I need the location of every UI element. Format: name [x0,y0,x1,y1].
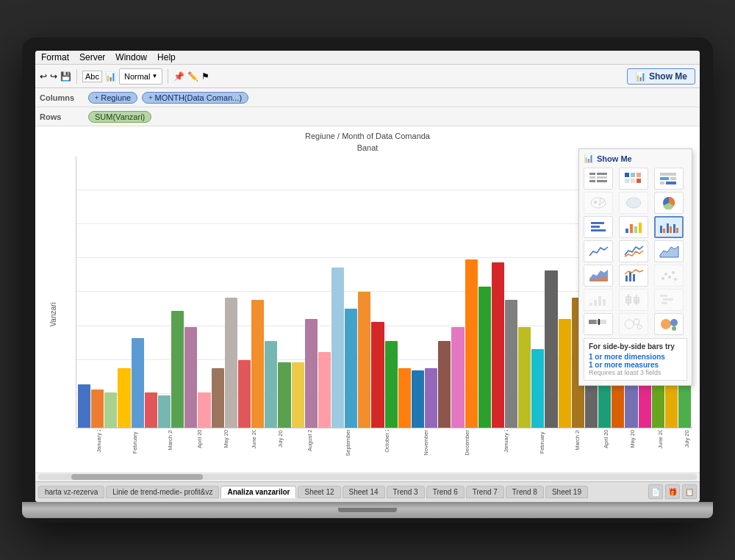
svg-rect-50 [603,299,606,306]
svg-rect-16 [666,182,676,184]
bar[interactable] [305,319,318,428]
bar[interactable] [505,300,517,427]
bar[interactable] [398,368,411,428]
bar[interactable] [371,322,384,428]
bar[interactable] [225,298,237,428]
x-label: July 2012 [684,430,692,448]
svg-rect-2 [589,176,595,179]
bar[interactable] [478,287,491,428]
svg-rect-4 [589,180,595,182]
sm-horiz-bar[interactable] [584,216,613,238]
bar[interactable] [278,362,290,428]
sm-symbol-map[interactable] [584,192,613,214]
sm-pie-chart[interactable] [654,192,684,214]
bar[interactable] [559,319,571,428]
bar[interactable] [318,352,331,428]
bar[interactable] [345,309,357,428]
show-me-panel: 📊 Show Me [578,148,692,386]
svg-rect-32 [667,223,669,233]
svg-rect-47 [589,303,592,306]
bar[interactable] [465,259,478,428]
sm-box-plot[interactable] [619,289,648,311]
bar[interactable] [292,362,304,428]
bar[interactable] [212,368,224,428]
svg-point-42 [662,277,664,280]
bar[interactable] [158,395,171,428]
sm-treemap[interactable] [654,313,684,335]
sm-scatter[interactable] [654,265,684,287]
toolbar-abc-icon[interactable]: Abc [82,71,102,82]
bar[interactable] [412,370,424,427]
menu-server[interactable]: Server [79,52,105,62]
toolbar-pin-icon[interactable]: 📌 [173,71,184,82]
sm-highlight-table[interactable] [654,168,684,190]
menu-window[interactable]: Window [115,52,147,62]
toolbar-save-icon[interactable]: 💾 [60,71,71,82]
bar[interactable] [531,349,544,428]
bar[interactable] [198,392,210,428]
row-pill-sum[interactable]: SUM(Vanzari) [88,111,151,123]
svg-rect-59 [662,302,667,304]
column-month-icon: + [148,94,152,101]
bar[interactable] [251,300,264,427]
scrollbar-area[interactable] [35,473,700,481]
laptop-base [22,502,713,518]
toolbar-redo-icon[interactable]: ↪ [50,71,57,82]
sm-packed-bubbles[interactable] [619,313,648,335]
bar[interactable] [145,392,157,428]
svg-rect-14 [670,177,676,180]
normal-dropdown[interactable]: Normal ▼ [119,68,162,85]
menu-help[interactable]: Help [157,52,176,62]
bar[interactable] [492,262,504,428]
menu-bar: Format Server Window Help [35,51,700,65]
bar[interactable] [78,384,90,428]
sm-vert-bar[interactable] [619,216,648,238]
svg-rect-30 [660,226,662,233]
bar[interactable] [518,327,531,428]
show-me-button[interactable]: 📊 Show Me [627,68,695,85]
sm-filled-map[interactable] [619,192,648,214]
bar[interactable] [118,368,130,428]
sm-area-chart[interactable] [654,240,684,262]
toolbar-undo-icon[interactable]: ↩ [40,71,47,82]
sm-dual-line[interactable] [619,240,648,262]
sm-line-chart[interactable] [584,240,613,262]
toolbar-chart-icon[interactable]: 📊 [105,71,116,82]
scrollbar-track[interactable] [38,474,697,480]
bar[interactable] [331,268,344,428]
column-pill-month[interactable]: + MONTH(Data Coman...) [142,92,248,104]
toolbar-pen-icon[interactable]: ✏️ [187,71,198,82]
sm-gantt[interactable] [654,289,684,311]
sm-histogram[interactable] [584,289,613,311]
svg-point-44 [668,276,671,279]
bar[interactable] [438,341,451,428]
bar[interactable] [451,327,464,428]
sm-side-bar[interactable] [654,216,684,238]
svg-point-21 [626,198,641,208]
bar[interactable] [171,311,184,428]
bar[interactable] [385,341,398,428]
chart-area: Regiune / Month of Data Comanda Banat Va… [35,126,700,481]
svg-rect-7 [631,173,635,177]
bar[interactable] [545,270,557,428]
scrollbar-thumb[interactable] [71,474,203,480]
menu-format[interactable]: Format [41,52,69,62]
y-axis-label: Vanzari [49,302,57,326]
bar[interactable] [132,338,144,428]
bar[interactable] [104,392,117,428]
sm-heat-map[interactable] [619,168,648,190]
rows-label: Rows [40,112,84,121]
column-pill-regiune[interactable]: + Regiune [88,92,137,104]
bar[interactable] [265,341,277,428]
sm-stacked-area[interactable] [584,265,613,287]
bar[interactable] [91,390,104,428]
sm-text-table[interactable] [584,168,613,190]
bar[interactable] [425,368,437,428]
bar[interactable] [184,327,197,428]
sm-bullets[interactable] [584,313,613,335]
toolbar-flag-icon[interactable]: ⚑ [201,71,209,82]
sm-dual-combo[interactable] [619,265,648,287]
bar[interactable] [238,360,251,428]
svg-point-66 [637,325,642,329]
bar[interactable] [358,292,370,428]
